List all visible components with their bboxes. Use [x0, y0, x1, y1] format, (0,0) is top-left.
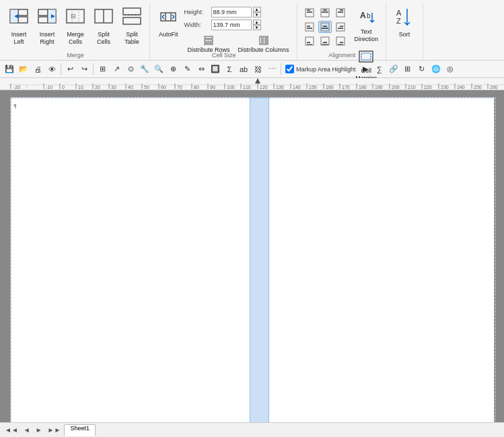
- align-bottom-center-button[interactable]: [318, 35, 332, 47]
- width-arrows: ▲ ▼: [253, 20, 261, 30]
- svg-text:250: 250: [474, 85, 482, 90]
- text-direction-label: Text Direction: [355, 28, 379, 43]
- svg-text:200: 200: [392, 85, 400, 90]
- sort-group-content: A Z Sort: [392, 4, 417, 60]
- table-row-1: ¶ MERGEFIELD "Purchaser"¶a: [11, 98, 495, 423]
- height-input[interactable]: [211, 7, 252, 18]
- svg-rect-40: [321, 23, 329, 31]
- svg-text:-10: -10: [46, 85, 52, 90]
- tb-sep-2: [93, 63, 94, 75]
- mergefield-1: MERGEFIELD "Purchaser"¶a: [252, 100, 260, 422]
- align-bottom-left-button[interactable]: [303, 35, 316, 47]
- width-down-arrow[interactable]: ▼: [253, 25, 261, 30]
- ribbon: ◄ Insert Left ► Insert Right: [0, 0, 504, 61]
- svg-text:210: 210: [408, 85, 416, 90]
- svg-text:Z: Z: [396, 17, 401, 25]
- sort-button[interactable]: A Z Sort: [392, 4, 417, 40]
- align-top-left-button[interactable]: [303, 7, 316, 19]
- toolbar-undo[interactable]: ↩: [63, 63, 77, 76]
- toolbar-btn-4[interactable]: 👁: [45, 63, 59, 76]
- autofit-icon: [159, 7, 178, 30]
- merge-cells-button[interactable]: ⊟ Merge Cells: [62, 4, 89, 48]
- sort-label: Sort: [399, 31, 410, 38]
- svg-rect-46: [305, 37, 314, 45]
- height-arrows: ▲ ▼: [253, 7, 261, 18]
- tab-nav-prev[interactable]: ◄: [22, 426, 32, 434]
- toolbar-btn-22[interactable]: ↻: [415, 63, 429, 76]
- tab-sheet1[interactable]: Sheet1: [64, 424, 96, 436]
- document-table: ¶ MERGEFIELD "Purchaser"¶a ¶ «NEXT»«MERG…: [11, 98, 496, 422]
- autofit-label: AutoFit: [159, 31, 178, 38]
- svg-rect-25: [260, 36, 262, 44]
- svg-text:10: 10: [78, 85, 83, 90]
- markup-checkbox-input[interactable]: [285, 65, 294, 73]
- split-table-label: Split Table: [124, 31, 139, 46]
- toolbar-btn-5[interactable]: ⊞: [96, 63, 109, 76]
- tab-nav-first[interactable]: ◄◄: [3, 426, 20, 434]
- split-cells-label: Split Cells: [97, 31, 110, 46]
- alignment-grid: [303, 7, 349, 48]
- toolbar-btn-24[interactable]: ◎: [443, 63, 457, 76]
- height-up-arrow[interactable]: ▲: [253, 7, 261, 12]
- svg-text:60: 60: [161, 85, 166, 90]
- align-middle-left-button[interactable]: [303, 21, 316, 33]
- toolbar-btn-1[interactable]: 💾: [3, 63, 16, 76]
- svg-text:-20: -20: [13, 85, 20, 90]
- split-table-button[interactable]: Split Table: [118, 4, 145, 48]
- toolbar-btn-8[interactable]: 🔧: [138, 63, 151, 76]
- width-up-arrow[interactable]: ▲: [253, 20, 261, 25]
- width-label: Width:: [184, 22, 210, 28]
- svg-text:A: A: [360, 11, 366, 20]
- insert-left-button[interactable]: ◄ Insert Left: [5, 4, 32, 48]
- height-label: Height:: [184, 9, 210, 15]
- width-input[interactable]: [211, 20, 252, 30]
- svg-rect-5: [38, 9, 48, 15]
- cell-size-group-label: Cell Size: [151, 52, 297, 59]
- svg-rect-1: [18, 9, 28, 15]
- svg-text:140: 140: [293, 85, 301, 90]
- cell-top-middle: MERGEFIELD "Purchaser"¶a: [250, 98, 268, 423]
- tab-nav-last[interactable]: ►►: [46, 426, 63, 434]
- toolbar-btn-2[interactable]: 📂: [17, 63, 30, 76]
- split-cells-button[interactable]: Split Cells: [90, 4, 117, 48]
- document-area[interactable]: ¶ MERGEFIELD "Purchaser"¶a ¶ «NEXT»«MERG…: [0, 90, 504, 422]
- tab-nav-next[interactable]: ►: [34, 426, 44, 434]
- toolbar-btn-23[interactable]: 🌐: [429, 63, 443, 76]
- toolbar-btn-6[interactable]: ↗: [110, 63, 123, 76]
- svg-text:180: 180: [359, 85, 367, 90]
- marker-1: ¶: [14, 103, 17, 109]
- svg-rect-19: [161, 13, 176, 21]
- svg-rect-49: [321, 37, 329, 45]
- autofit-button[interactable]: AutoFit: [155, 5, 182, 40]
- svg-text:0: 0: [62, 85, 65, 90]
- insert-right-button[interactable]: ► Insert Right: [34, 4, 61, 48]
- sort-icon: A Z: [395, 6, 414, 31]
- align-top-center-button[interactable]: [318, 7, 332, 19]
- align-top-right-button[interactable]: [334, 7, 347, 19]
- toolbar-redo[interactable]: ↪: [77, 63, 91, 76]
- tab-bar: ◄◄ ◄ ► ►► Sheet1: [0, 422, 504, 437]
- svg-rect-24: [205, 43, 213, 44]
- insert-right-icon: ►: [37, 6, 57, 30]
- cell-top-left[interactable]: ¶: [11, 98, 250, 423]
- svg-rect-17: [123, 18, 141, 24]
- svg-rect-23: [205, 40, 213, 42]
- align-middle-center-button[interactable]: [318, 21, 332, 33]
- svg-rect-43: [336, 23, 345, 31]
- align-middle-right-button[interactable]: [334, 21, 347, 33]
- align-bottom-right-button[interactable]: [334, 35, 347, 47]
- height-down-arrow[interactable]: ▼: [253, 12, 261, 18]
- svg-text:160: 160: [326, 85, 334, 90]
- insert-left-icon: ◄: [9, 6, 29, 30]
- svg-text:230: 230: [441, 85, 449, 90]
- svg-text:b: b: [367, 12, 371, 20]
- tab-sheet1-label: Sheet1: [70, 425, 89, 432]
- svg-rect-37: [305, 23, 314, 31]
- svg-text:70: 70: [177, 85, 182, 90]
- toolbar-btn-7[interactable]: ⊙: [124, 63, 137, 76]
- toolbar-btn-21[interactable]: ⊞: [401, 63, 415, 76]
- toolbar-btn-20[interactable]: 🔗: [387, 63, 400, 76]
- text-direction-button[interactable]: A b Text Direction: [351, 7, 382, 44]
- cell-top-right[interactable]: [268, 98, 495, 423]
- toolbar-btn-3[interactable]: 🖨: [31, 63, 44, 76]
